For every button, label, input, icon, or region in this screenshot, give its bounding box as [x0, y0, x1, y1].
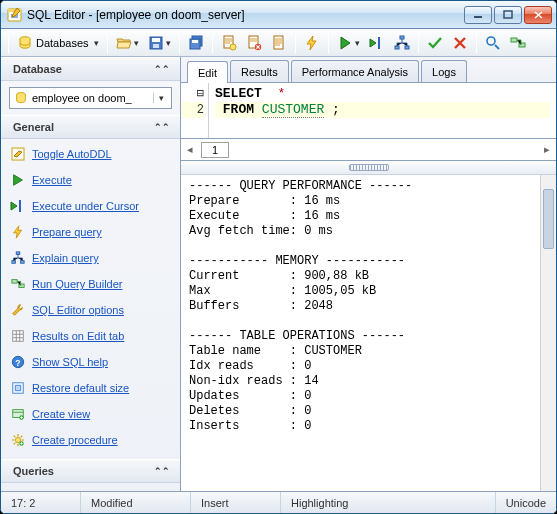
tab-results[interactable]: Results [230, 60, 289, 82]
nav-execute-cursor[interactable]: Execute under Cursor [3, 195, 178, 217]
app-icon [7, 7, 23, 23]
svg-point-12 [230, 44, 236, 50]
svg-rect-31 [13, 331, 24, 342]
scrollbar-thumb[interactable] [543, 189, 554, 249]
execute-cursor-button[interactable] [365, 32, 389, 54]
nav-execute[interactable]: Execute [3, 169, 178, 191]
save-icon [148, 35, 164, 51]
check-icon [427, 35, 443, 51]
nav-options[interactable]: SQL Editor options [3, 299, 178, 321]
nav-explain[interactable]: Explain query [3, 247, 178, 269]
status-modified: Modified [81, 492, 191, 513]
tab-logs[interactable]: Logs [421, 60, 467, 82]
nav-toggle-autoddl[interactable]: Toggle AutoDDL [3, 143, 178, 165]
nav-create-procedure[interactable]: Create procedure [3, 429, 178, 451]
window-title: SQL Editor - [employee on doom_server] [27, 8, 464, 22]
nav-create-view[interactable]: Create view [3, 403, 178, 425]
collapse-icon: ⌃⌃ [154, 122, 170, 132]
window-controls [464, 6, 552, 24]
svg-rect-19 [405, 46, 409, 49]
builder-icon [510, 35, 526, 51]
sql-editor[interactable]: ⊟ 2 SELECT * FROM CUSTOMER ; [181, 83, 556, 139]
query-builder-button[interactable] [506, 32, 530, 54]
minimize-button[interactable] [464, 6, 492, 24]
save-multi-icon [188, 35, 204, 51]
status-insert-mode: Insert [191, 492, 281, 513]
open-button[interactable]: ▾ [112, 32, 143, 54]
status-encoding: Unicode [496, 492, 556, 513]
section-general-header[interactable]: General ⌃⌃ [1, 115, 180, 139]
status-cursor-pos: 17: 2 [1, 492, 81, 513]
collapse-icon: ⌃⌃ [154, 64, 170, 74]
svg-rect-3 [504, 11, 512, 18]
database-icon [14, 91, 28, 105]
nav-restore-size[interactable]: Restore default size [3, 377, 178, 399]
chevron-down-icon: ▾ [94, 38, 99, 48]
database-selector[interactable]: employee on doom_ ▾ [9, 87, 172, 109]
play-cursor-icon [10, 198, 26, 214]
svg-rect-16 [378, 37, 380, 49]
nav-prepare[interactable]: Prepare query [3, 221, 178, 243]
commit-button[interactable] [423, 32, 447, 54]
collapse-icon: ⌃⌃ [154, 466, 170, 476]
search-icon [485, 35, 501, 51]
output-panel[interactable]: ------ QUERY PERFORMANCE ------ Prepare … [181, 175, 556, 491]
sql-text[interactable]: SELECT * FROM CUSTOMER ; [209, 83, 556, 138]
bolt-icon [10, 224, 26, 240]
nav-results-edit[interactable]: Results on Edit tab [3, 325, 178, 347]
tab-bar: Edit Results Performance Analysis Logs [181, 57, 556, 83]
scroll-right-icon[interactable]: ▸ [538, 143, 556, 156]
app-window: SQL Editor - [employee on doom_server] D… [0, 0, 557, 514]
play-icon [10, 172, 26, 188]
svg-rect-2 [474, 16, 482, 18]
svg-rect-10 [192, 40, 198, 43]
general-nav-list: Toggle AutoDDL Execute Execute under Cur… [1, 139, 180, 459]
explain-button[interactable] [390, 32, 414, 54]
page-number[interactable]: 1 [201, 142, 229, 158]
nav-sql-help[interactable]: ?Show SQL help [3, 351, 178, 373]
new-query-button[interactable] [217, 32, 241, 54]
tab-performance[interactable]: Performance Analysis [291, 60, 419, 82]
main-area: Database ⌃⌃ employee on doom_ ▾ General … [1, 57, 556, 491]
databases-dropdown[interactable]: Databases ▾ [13, 32, 103, 54]
wrench-icon [10, 302, 26, 318]
titlebar[interactable]: SQL Editor - [employee on doom_server] [1, 1, 556, 29]
section-database-header[interactable]: Database ⌃⌃ [1, 57, 180, 81]
clear-button[interactable] [267, 32, 291, 54]
vertical-scrollbar[interactable] [540, 175, 556, 491]
find-button[interactable] [481, 32, 505, 54]
prepare-button[interactable] [300, 32, 324, 54]
x-icon [452, 35, 468, 51]
rollback-button[interactable] [448, 32, 472, 54]
bolt-icon [304, 35, 320, 51]
close-button[interactable] [524, 6, 552, 24]
nav-query-builder[interactable]: Run Query Builder [3, 273, 178, 295]
main-toolbar: Databases ▾ ▾ ▾ ▾ [1, 29, 556, 57]
scroll-left-icon[interactable]: ◂ [181, 143, 199, 156]
tree-icon [394, 35, 410, 51]
editor-gutter: ⊟ 2 [181, 83, 209, 138]
svg-rect-27 [12, 261, 16, 264]
svg-point-37 [15, 437, 20, 442]
play-cursor-icon [369, 35, 385, 51]
gear-icon [10, 432, 26, 448]
section-queries-header[interactable]: Queries ⌃⌃ [1, 459, 180, 483]
help-icon: ? [10, 354, 26, 370]
svg-rect-26 [16, 252, 20, 255]
svg-rect-25 [19, 200, 21, 212]
svg-rect-17 [400, 36, 404, 39]
tree-icon [10, 250, 26, 266]
view-icon [10, 406, 26, 422]
grip-icon [349, 164, 389, 171]
tab-edit[interactable]: Edit [187, 61, 228, 83]
execute-button[interactable]: ▾ [333, 32, 364, 54]
save-button[interactable]: ▾ [144, 32, 175, 54]
database-icon [17, 35, 33, 51]
splitter-handle[interactable] [181, 161, 556, 175]
doc-delete-icon [246, 35, 262, 51]
delete-query-button[interactable] [242, 32, 266, 54]
save-all-button[interactable] [184, 32, 208, 54]
page-bar: ◂ 1 ▸ [181, 139, 556, 161]
maximize-button[interactable] [494, 6, 522, 24]
statusbar: 17: 2 Modified Insert Highlighting Unico… [1, 491, 556, 513]
